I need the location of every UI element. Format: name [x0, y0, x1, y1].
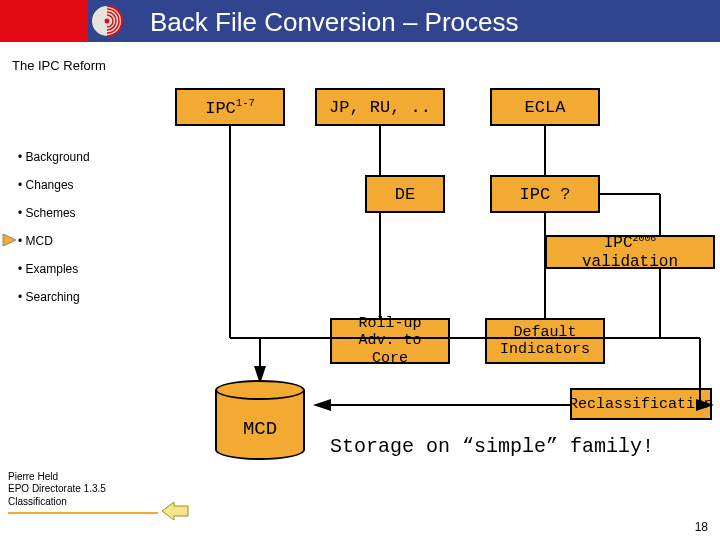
- node-default: DefaultIndicators: [485, 318, 605, 364]
- node-mcd-db: MCD: [215, 380, 305, 460]
- svg-marker-16: [162, 502, 188, 520]
- sidebar-item-label: Searching: [26, 290, 80, 304]
- label-l2: Indicators: [500, 341, 590, 358]
- page-title: Back File Conversion – Process: [150, 7, 518, 38]
- sidebar-item: • Background: [18, 150, 138, 164]
- footer: Pierre Held EPO Directorate 1.3.5 Classi…: [8, 471, 158, 515]
- label: MCD: [215, 418, 305, 440]
- label: ECLA: [525, 98, 566, 117]
- label-l2: Adv. to Core: [358, 332, 421, 366]
- sidebar-item-label: MCD: [26, 234, 53, 248]
- footer-line: Pierre Held: [8, 471, 158, 484]
- caption: Storage on “simple” family!: [330, 435, 654, 458]
- sidebar-item: • Schemes: [18, 206, 138, 220]
- node-ipcq: IPC ?: [490, 175, 600, 213]
- label-sup: 2006: [633, 233, 657, 244]
- label: IPC ?: [519, 185, 570, 204]
- slide-number: 18: [695, 520, 708, 534]
- label-l1: Default: [513, 324, 576, 341]
- current-item-marker-icon: [2, 233, 18, 247]
- label: DE: [395, 185, 415, 204]
- title-accent: [0, 0, 88, 42]
- label: IPC: [604, 235, 633, 253]
- label: Reclassification: [569, 396, 713, 413]
- nav-back-icon[interactable]: [160, 500, 190, 522]
- node-ecla: ECLA: [490, 88, 600, 126]
- svg-marker-2: [3, 234, 16, 246]
- sidebar-item-label: Changes: [26, 178, 74, 192]
- label-l1: Roll-up: [358, 315, 421, 332]
- footer-line: EPO Directorate 1.3.5: [8, 483, 158, 496]
- node-jpru: JP, RU, ..: [315, 88, 445, 126]
- label-sup: 1-7: [236, 97, 255, 109]
- sidebar-item: • Searching: [18, 290, 138, 304]
- sidebar-item-label: Background: [26, 150, 90, 164]
- svg-point-1: [105, 19, 110, 24]
- node-ipc2006: IPC2006 validation: [545, 235, 715, 269]
- label: JP, RU, ..: [329, 98, 431, 117]
- label: IPC: [205, 98, 236, 117]
- node-reclass: Reclassification: [570, 388, 712, 420]
- label-post: validation: [582, 253, 678, 271]
- title-bar: Back File Conversion – Process: [0, 0, 720, 42]
- sidebar-item-label: Schemes: [26, 206, 76, 220]
- logo-icon: [90, 4, 124, 38]
- page-subtitle: The IPC Reform: [12, 58, 106, 73]
- sidebar-item-label: Examples: [26, 262, 79, 276]
- node-rollup: Roll-upAdv. to Core: [330, 318, 450, 364]
- footer-line: Classification: [8, 496, 158, 509]
- node-de: DE: [365, 175, 445, 213]
- sidebar: • Background • Changes • Schemes • MCD •…: [18, 150, 138, 318]
- sidebar-item: • Changes: [18, 178, 138, 192]
- sidebar-item: • MCD: [18, 234, 138, 248]
- sidebar-item: • Examples: [18, 262, 138, 276]
- node-ipc17: IPC1-7: [175, 88, 285, 126]
